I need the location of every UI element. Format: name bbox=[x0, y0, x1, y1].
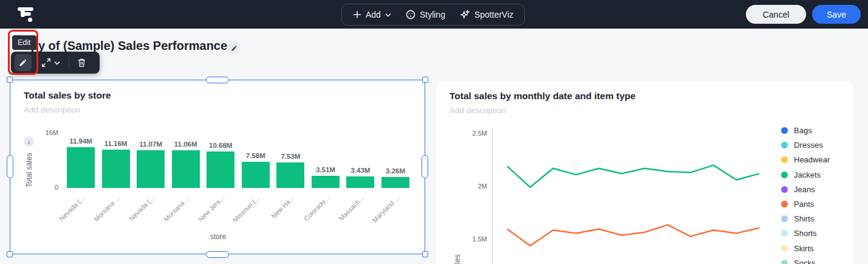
editor-toolbar-group: Add Styling SpotterViz bbox=[341, 4, 525, 26]
chevron-down-icon bbox=[385, 13, 391, 17]
toolbar-divider bbox=[69, 56, 69, 69]
tile-action-toolbar bbox=[11, 52, 100, 74]
resize-handle-ne[interactable] bbox=[422, 77, 428, 83]
thoughtspot-logo-icon[interactable] bbox=[17, 6, 34, 23]
legend-label: Shorts bbox=[794, 229, 817, 238]
bar[interactable] bbox=[67, 147, 95, 188]
legend-item-dresses[interactable]: Dresses bbox=[781, 141, 823, 150]
bar-value-label: 3.43M bbox=[350, 167, 370, 174]
bar[interactable] bbox=[172, 150, 200, 188]
legend-label: Socks bbox=[794, 259, 815, 264]
chart-title: Total sales by store bbox=[24, 90, 111, 101]
y-axis-tick: 0 bbox=[10, 184, 58, 191]
bar[interactable] bbox=[381, 177, 409, 188]
legend-label: Headwear bbox=[794, 155, 830, 164]
series-line-jackets[interactable] bbox=[507, 165, 759, 187]
legend-label: Bags bbox=[794, 126, 812, 135]
add-label: Add bbox=[366, 10, 381, 19]
legend-item-bags[interactable]: Bags bbox=[781, 126, 812, 135]
legend-label: Jackets bbox=[794, 170, 821, 179]
save-button[interactable]: Save bbox=[812, 5, 861, 24]
cancel-button[interactable]: Cancel bbox=[746, 5, 806, 24]
top-bar: Add Styling SpotterViz Cancel Save bbox=[0, 0, 868, 29]
legend-item-pants[interactable]: Pants bbox=[781, 200, 814, 209]
resize-tile-button[interactable] bbox=[41, 58, 60, 68]
legend-item-skirts[interactable]: Skirts bbox=[781, 244, 814, 253]
plus-icon bbox=[353, 10, 361, 19]
chart-description-placeholder[interactable]: Add description bbox=[24, 105, 80, 114]
legend-item-headwear[interactable]: Headwear bbox=[781, 155, 830, 164]
bar-value-label: 10.68M bbox=[209, 142, 232, 149]
bar-value-label: 11.06M bbox=[174, 141, 197, 148]
legend-color-dot bbox=[781, 245, 788, 252]
legend-color-dot bbox=[781, 127, 788, 134]
legend-item-socks[interactable]: Socks bbox=[781, 259, 815, 264]
x-axis-label: store bbox=[10, 232, 426, 241]
legend-label: Pants bbox=[794, 200, 814, 209]
legend-item-jackets[interactable]: Jackets bbox=[781, 170, 821, 179]
resize-handle-left[interactable] bbox=[7, 155, 13, 178]
resize-handle-top[interactable] bbox=[206, 77, 229, 83]
bar-value-label: 3.26M bbox=[386, 167, 405, 175]
chevron-down-icon bbox=[54, 61, 60, 65]
page-title: Copy of (Sample) Sales Performance bbox=[15, 39, 227, 53]
delete-tile-button[interactable] bbox=[77, 58, 86, 68]
legend-item-shorts[interactable]: Shorts bbox=[781, 229, 817, 238]
edit-tooltip: Edit bbox=[12, 35, 36, 50]
bar-value-label: 3.51M bbox=[316, 166, 335, 173]
legend-color-dot bbox=[781, 260, 788, 264]
bar[interactable] bbox=[102, 150, 130, 188]
bar[interactable] bbox=[312, 176, 340, 188]
bar[interactable] bbox=[207, 151, 234, 188]
palette-icon bbox=[406, 10, 415, 19]
y-axis-tick: 16M bbox=[10, 129, 58, 136]
sparkle-icon bbox=[460, 10, 470, 20]
spotterviz-button[interactable]: SpotterViz bbox=[454, 6, 519, 24]
series-line-pants[interactable] bbox=[507, 225, 759, 246]
add-button[interactable]: Add bbox=[347, 6, 397, 23]
legend-label: Dresses bbox=[794, 141, 823, 150]
liveboard-canvas: Copy of (Sample) Sales Performance Edit … bbox=[0, 29, 868, 264]
edit-title-button[interactable] bbox=[227, 41, 241, 55]
bar[interactable] bbox=[137, 150, 165, 188]
trash-icon bbox=[77, 58, 86, 68]
styling-label: Styling bbox=[420, 10, 445, 19]
bar-chart-card[interactable]: Total sales by store Add description 16M… bbox=[10, 80, 425, 254]
bar[interactable] bbox=[242, 162, 270, 188]
resize-handle-right[interactable] bbox=[422, 155, 428, 178]
legend-label: Skirts bbox=[794, 244, 814, 253]
legend-color-dot bbox=[781, 201, 788, 207]
bar[interactable] bbox=[346, 176, 374, 188]
legend-color-dot bbox=[781, 215, 788, 222]
styling-button[interactable]: Styling bbox=[400, 6, 451, 23]
bar-value-label: 11.16M bbox=[104, 140, 128, 147]
legend-item-shirts[interactable]: Shirts bbox=[781, 214, 814, 223]
spotterviz-label: SpotterViz bbox=[474, 10, 513, 19]
legend-color-dot bbox=[781, 156, 788, 163]
resize-handle-bottom[interactable] bbox=[206, 251, 229, 258]
legend-color-dot bbox=[781, 172, 788, 178]
sort-descending-icon[interactable]: ↓ bbox=[24, 136, 34, 147]
edit-tile-button[interactable] bbox=[15, 54, 32, 71]
legend-color-dot bbox=[781, 186, 788, 193]
bar-value-label: 7.53M bbox=[281, 153, 300, 160]
legend-item-jeans[interactable]: Jeans bbox=[781, 185, 815, 194]
bar-value-label: 11.94M bbox=[69, 137, 92, 145]
bar[interactable] bbox=[276, 162, 304, 188]
legend-label: Shirts bbox=[794, 214, 814, 223]
legend-label: Jeans bbox=[794, 185, 815, 194]
bar-value-label: 11.07M bbox=[139, 141, 162, 148]
legend-color-dot bbox=[781, 142, 788, 148]
bar-value-label: 7.58M bbox=[246, 152, 265, 159]
resize-handle-sw[interactable] bbox=[7, 251, 13, 257]
y-axis-label: Total sales bbox=[25, 153, 33, 187]
pencil-icon bbox=[19, 58, 27, 67]
resize-handle-nw[interactable] bbox=[7, 77, 13, 83]
resize-handle-se[interactable] bbox=[422, 251, 428, 257]
pencil-icon bbox=[231, 45, 238, 52]
line-chart-card[interactable]: Total sales by monthly date and item typ… bbox=[436, 81, 853, 264]
legend-color-dot bbox=[781, 230, 788, 237]
expand-icon bbox=[41, 58, 51, 68]
